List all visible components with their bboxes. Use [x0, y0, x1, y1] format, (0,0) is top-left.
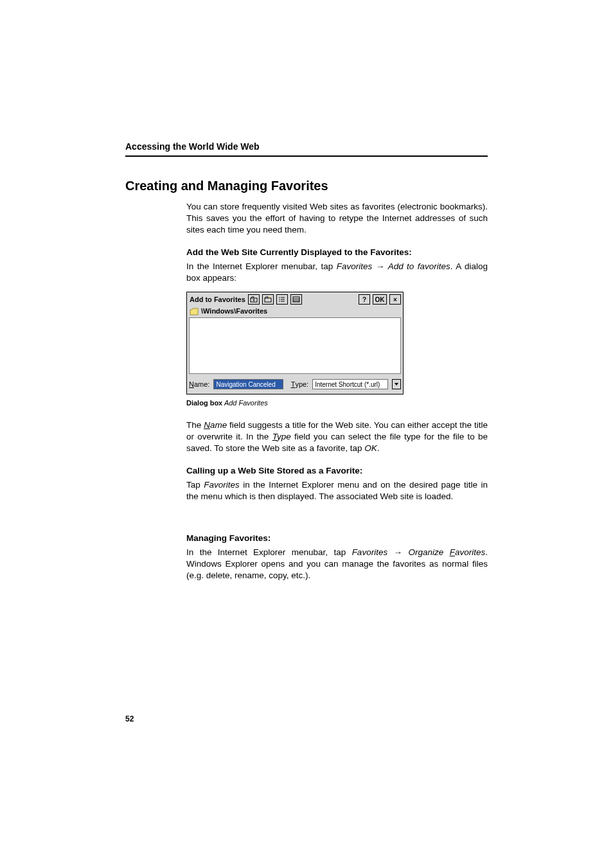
- text-fragment: Organize: [409, 547, 450, 557]
- svg-rect-3: [281, 297, 285, 298]
- paragraph-calling-up: Tap Favorites in the Internet Explorer m…: [186, 479, 488, 502]
- label-rest: ame:: [194, 380, 209, 389]
- running-head: Accessing the World Wide Web: [125, 141, 488, 152]
- svg-point-6: [279, 301, 280, 303]
- svg-rect-1: [265, 298, 271, 302]
- underline-letter: T: [291, 380, 296, 389]
- text-fragment: .: [377, 443, 380, 453]
- paragraph-managing: In the Internet Explorer menubar, tap Fa…: [186, 547, 488, 582]
- menu-favorites: Favorites: [352, 547, 388, 557]
- list-view-icon: [278, 296, 286, 303]
- underline-letter: T: [272, 432, 277, 441]
- name-field[interactable]: Navigation Canceled: [213, 379, 283, 389]
- type-dropdown-button[interactable]: [392, 379, 401, 389]
- details-view-button[interactable]: [290, 294, 302, 305]
- svg-point-2: [279, 297, 280, 299]
- menu-favorites: Favorites: [204, 480, 240, 490]
- path-text: \Windows\Favorites: [201, 306, 267, 316]
- up-folder-icon: [250, 296, 258, 303]
- text-fragment: Tap: [186, 480, 204, 490]
- subheading-managing: Managing Favorites:: [186, 533, 488, 544]
- menu-favorites: Favorites: [337, 261, 373, 271]
- text-fragment: ame: [210, 420, 227, 430]
- underline-letter: F: [450, 547, 455, 557]
- dialog-titlebar: Add to Favorites: [189, 294, 401, 305]
- caption-italic: Add Favorites: [222, 399, 268, 407]
- label-rest: ype:: [295, 380, 308, 389]
- text-fragment: The: [186, 420, 204, 430]
- caption-bold: Dialog box: [186, 399, 222, 407]
- ok-ref: OK: [364, 443, 377, 453]
- type-field[interactable]: Internet Shortcut (*.url): [312, 379, 388, 389]
- underline-letter: N: [189, 380, 194, 389]
- document-page: Accessing the World Wide Web Creating an…: [0, 0, 613, 868]
- svg-rect-5: [281, 299, 285, 300]
- field-name-ref: Name: [204, 420, 227, 430]
- arrow-icon: →: [387, 547, 408, 557]
- field-type-ref: Type: [272, 432, 291, 441]
- text-fragment: In the Internet Explorer menubar, tap: [186, 547, 352, 557]
- help-button[interactable]: ?: [359, 294, 370, 305]
- ok-button[interactable]: OK: [373, 294, 387, 305]
- path-bar: \Windows\Favorites: [189, 306, 401, 317]
- chevron-down-icon: [394, 382, 399, 387]
- name-label: Name:: [189, 380, 209, 389]
- body-column: You can store frequently visited Web sit…: [186, 201, 488, 581]
- dialog-caption: Dialog box Add Favorites: [186, 398, 488, 408]
- close-button[interactable]: ×: [389, 294, 401, 305]
- text-fragment: ype: [277, 432, 291, 441]
- svg-rect-7: [281, 301, 285, 302]
- folder-icon: [190, 308, 199, 315]
- add-to-favorites-dialog: Add to Favorites: [186, 292, 404, 394]
- intro-paragraph: You can store frequently visited Web sit…: [186, 201, 488, 236]
- paragraph-add-favorite-intro: In the Internet Explorer menubar, tap Fa…: [186, 261, 488, 284]
- subheading-calling-up: Calling up a Web Site Stored as a Favori…: [186, 465, 488, 477]
- svg-point-4: [279, 299, 280, 301]
- type-label: Type:: [291, 380, 309, 389]
- subheading-add-favorite: Add the Web Site Currently Displayed to …: [186, 247, 488, 258]
- menu-organize-favorites: Organize Favorites: [409, 547, 486, 557]
- header-rule: [125, 155, 488, 157]
- text-fragment: In the Internet Explorer menubar, tap: [186, 261, 337, 271]
- new-folder-button[interactable]: [262, 294, 274, 305]
- paragraph-name-type-explain: The Name field suggests a title for the …: [186, 420, 488, 455]
- dialog-illustration: Add to Favorites: [186, 292, 488, 394]
- new-folder-icon: [264, 296, 272, 303]
- list-view-button[interactable]: [276, 294, 288, 305]
- menu-add-to-favorites: Add to favorites: [388, 261, 450, 271]
- underline-letter: N: [204, 420, 210, 430]
- details-view-icon: [292, 296, 300, 303]
- form-row: Name: Navigation Canceled Type: Internet…: [189, 379, 401, 392]
- page-number: 52: [125, 714, 134, 723]
- dialog-title: Add to Favorites: [189, 295, 245, 305]
- text-fragment: avorites: [455, 547, 485, 557]
- file-list-area[interactable]: [189, 317, 401, 374]
- up-folder-button[interactable]: [248, 294, 260, 305]
- arrow-icon: →: [372, 261, 387, 271]
- heading-creating-managing-favorites: Creating and Managing Favorites: [125, 179, 488, 193]
